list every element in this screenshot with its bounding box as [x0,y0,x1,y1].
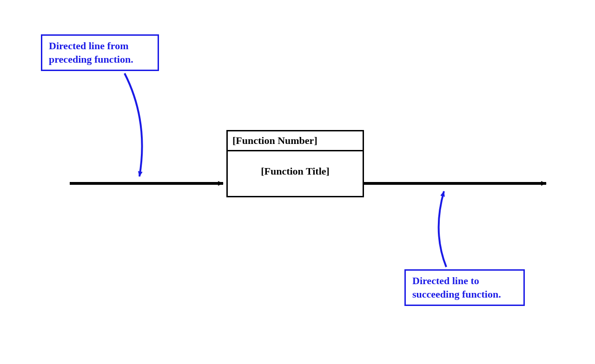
callout-preceding-line2: preceding function. [49,53,151,66]
callout-preceding-pointer [125,73,142,176]
callout-succeeding-line2: succeeding function. [412,288,517,301]
function-number-label: [Function Number] [228,131,363,151]
callout-succeeding-pointer [439,191,446,267]
function-title-label: [Function Title] [228,151,363,196]
callout-preceding-line1: Directed line from [49,39,151,53]
function-box: [Function Number] [Function Title] [226,130,364,197]
callout-preceding: Directed line from preceding function. [41,34,159,71]
diagram-canvas: Directed line from preceding function. [… [0,0,595,364]
callout-succeeding: Directed line to succeeding function. [404,269,525,306]
callout-succeeding-line1: Directed line to [412,274,517,288]
